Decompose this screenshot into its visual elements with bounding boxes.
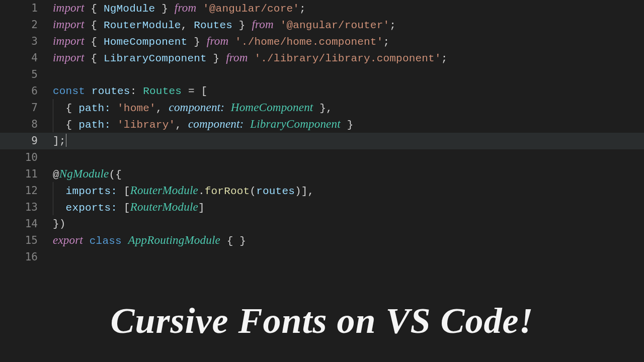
- token: component:: [169, 101, 224, 114]
- token: [274, 20, 280, 31]
- token: [224, 103, 231, 114]
- code-content[interactable]: @NgModule({: [53, 165, 122, 183]
- code-line[interactable]: 7 { path: 'home', component: HomeCompone…: [0, 100, 644, 116]
- code-content[interactable]: }): [53, 216, 66, 232]
- token: }: [207, 53, 226, 64]
- token: RouterModule: [130, 201, 198, 213]
- token: [248, 53, 255, 64]
- token: from: [175, 2, 196, 14]
- line-number: 16: [0, 249, 53, 265]
- token: }: [347, 119, 354, 131]
- token: [341, 119, 347, 131]
- code-line[interactable]: 16: [0, 249, 644, 265]
- code-content[interactable]: import { RouterModule, Routes } from '@a…: [53, 16, 396, 34]
- token: [53, 186, 66, 197]
- token: (: [250, 186, 256, 197]
- token: const: [53, 85, 85, 97]
- code-line[interactable]: 5: [0, 66, 644, 83]
- token: ]: [198, 202, 205, 214]
- code-line[interactable]: 13 exports: [RouterModule]: [0, 199, 644, 216]
- line-number: 2: [0, 17, 53, 33]
- token: :: [130, 85, 143, 97]
- code-line[interactable]: 9];: [0, 133, 644, 149]
- token: [: [124, 186, 130, 197]
- code-editor[interactable]: 1import { NgModule } from '@angular/core…: [0, 0, 644, 362]
- token: }: [232, 20, 252, 31]
- line-number: 5: [0, 66, 53, 83]
- code-content[interactable]: exports: [RouterModule]: [53, 199, 205, 216]
- token: .: [198, 186, 205, 197]
- token: [117, 202, 124, 214]
- code-content[interactable]: imports: [RouterModule.forRoot(routes)],: [53, 182, 314, 200]
- token: [: [124, 202, 130, 214]
- token: [85, 85, 92, 97]
- token: [53, 202, 66, 214]
- token: ({: [109, 169, 122, 180]
- code-content[interactable]: { path: 'home', component: HomeComponent…: [53, 99, 333, 117]
- token: ;: [383, 36, 389, 48]
- code-content[interactable]: import { HomeComponent } from './home/ho…: [53, 33, 389, 50]
- line-number: 8: [0, 116, 53, 133]
- token: ;: [389, 20, 396, 31]
- token: LibraryComponent: [250, 118, 341, 130]
- token: }: [155, 3, 174, 15]
- token: import: [53, 35, 85, 47]
- token: { }: [227, 235, 246, 247]
- code-line[interactable]: 15export class AppRoutingModule { }: [0, 232, 644, 249]
- code-line[interactable]: 11@NgModule({: [0, 166, 644, 183]
- code-line[interactable]: 3import { HomeComponent } from './home/h…: [0, 33, 644, 50]
- token: {: [91, 3, 104, 15]
- token: [85, 53, 91, 64]
- token: ];: [53, 135, 66, 147]
- token: ;: [299, 3, 306, 15]
- token: NgModule: [104, 3, 155, 15]
- code-content[interactable]: { path: 'library', component: LibraryCom…: [53, 116, 353, 133]
- token: [111, 119, 117, 131]
- token: export: [53, 234, 83, 246]
- code-line[interactable]: 14}): [0, 216, 644, 232]
- token: ,: [175, 119, 188, 131]
- token: ,: [156, 103, 169, 114]
- code-line[interactable]: 8 { path: 'library', component: LibraryC…: [0, 116, 644, 133]
- line-number: 11: [0, 166, 53, 183]
- code-content[interactable]: const routes: Routes = [: [53, 83, 207, 100]
- token: './home/home.component': [235, 36, 383, 48]
- token: Routes: [194, 20, 232, 31]
- token: import: [53, 18, 85, 31]
- token: routes: [256, 186, 295, 197]
- code-content[interactable]: export class AppRoutingModule { }: [53, 232, 246, 249]
- code-line[interactable]: 6const routes: Routes = [: [0, 83, 644, 100]
- token: path:: [78, 119, 111, 131]
- code-line[interactable]: 1import { NgModule } from '@angular/core…: [0, 0, 644, 17]
- token: './library/library.component': [254, 53, 441, 64]
- token: {: [91, 20, 104, 31]
- token: 'home': [117, 103, 156, 114]
- token: ;: [441, 53, 448, 64]
- token: '@angular/core': [203, 3, 299, 15]
- token: routes: [92, 85, 130, 97]
- token: exports:: [66, 202, 117, 214]
- token: [244, 119, 250, 131]
- code-content[interactable]: import { LibraryComponent } from './libr…: [53, 49, 448, 67]
- token: [53, 119, 66, 131]
- token: )],: [295, 186, 314, 197]
- token: [122, 235, 128, 247]
- token: [83, 235, 90, 247]
- token: import: [53, 51, 85, 64]
- code-line[interactable]: 10: [0, 149, 644, 166]
- token: ,: [181, 20, 194, 31]
- token: [196, 3, 203, 15]
- token: [313, 103, 319, 114]
- code-line[interactable]: 12 imports: [RouterModule.forRoot(routes…: [0, 183, 644, 199]
- token: [182, 85, 188, 97]
- line-number: 7: [0, 100, 53, 116]
- token: }: [187, 36, 206, 48]
- line-number: 6: [0, 83, 53, 100]
- code-content[interactable]: import { NgModule } from '@angular/core'…: [53, 0, 306, 17]
- code-line[interactable]: 2import { RouterModule, Routes } from '@…: [0, 17, 644, 33]
- line-number: 10: [0, 149, 53, 166]
- token: [85, 20, 91, 31]
- code-content[interactable]: ];: [53, 133, 66, 149]
- token: class: [90, 235, 122, 247]
- code-line[interactable]: 4import { LibraryComponent } from './lib…: [0, 50, 644, 66]
